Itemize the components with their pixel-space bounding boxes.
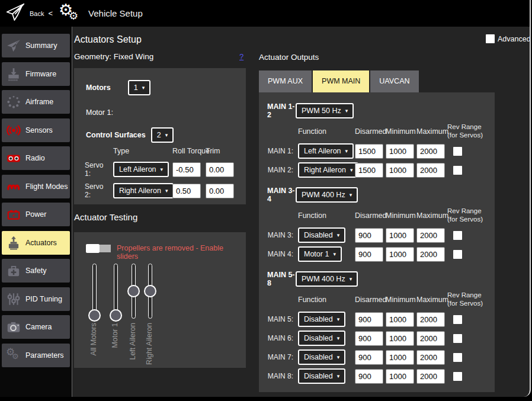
output-row-main-6: MAIN 6: Disabled ▾ bbox=[262, 331, 495, 346]
main-3-minimum-input[interactable] bbox=[386, 228, 414, 243]
main-5-rev-range-checkbox[interactable] bbox=[453, 315, 462, 324]
servo-row-label: Servo 2: bbox=[85, 182, 111, 199]
main-7-function-dropdown[interactable]: Disabled ▾ bbox=[298, 349, 345, 365]
main-8-rev-range-checkbox[interactable] bbox=[453, 372, 462, 381]
back-button[interactable]: Back bbox=[30, 10, 44, 17]
main-6-function-dropdown[interactable]: Disabled ▾ bbox=[298, 331, 345, 346]
main-4-disarmed-input[interactable] bbox=[355, 247, 383, 262]
main-8-function-dropdown[interactable]: Disabled ▾ bbox=[298, 368, 345, 384]
servo-2-roll-torque-input[interactable] bbox=[172, 184, 201, 198]
main-5-function-dropdown[interactable]: Disabled ▾ bbox=[298, 312, 345, 327]
motor-1-slider-handle[interactable] bbox=[110, 309, 122, 322]
output-row-main-7: MAIN 7: Disabled ▾ bbox=[262, 349, 495, 365]
right-aileron-slider-handle[interactable] bbox=[144, 285, 156, 297]
sidebar-item-firmware[interactable]: Firmware bbox=[2, 62, 70, 86]
sidebar-item-power[interactable]: Power bbox=[2, 203, 70, 226]
servo-1-type-dropdown[interactable]: Left Aileron ▾ bbox=[113, 162, 169, 177]
main-6-disarmed-input[interactable] bbox=[355, 331, 383, 346]
sidebar-item-summary[interactable]: Summary bbox=[2, 34, 70, 57]
main-3-function-dropdown[interactable]: Disabled ▾ bbox=[298, 227, 345, 243]
enable-sliders-toggle[interactable] bbox=[86, 244, 111, 253]
sidebar-item-airframe[interactable]: Airframe bbox=[2, 90, 70, 114]
servo-roll-torque-header: Roll Torque bbox=[172, 147, 203, 156]
sidebar-item-pid-tuning[interactable]: PID Tuning bbox=[2, 287, 70, 311]
main-7-minimum-input[interactable] bbox=[386, 350, 414, 365]
servo-type-header: Type bbox=[113, 147, 170, 156]
main-4-minimum-input[interactable] bbox=[386, 247, 414, 262]
slider-label: Left Aileron bbox=[129, 323, 137, 360]
chevron-down-icon: ▾ bbox=[333, 252, 336, 257]
sidebar-divider bbox=[72, 27, 72, 397]
main-3-disarmed-input[interactable] bbox=[355, 228, 383, 243]
actuator-testing-panel: Propellers are removed - Enable sliders … bbox=[74, 232, 246, 368]
servo-row-label: Servo 1: bbox=[85, 161, 111, 178]
sidebar-item-flight-modes[interactable]: Flight Modes bbox=[2, 175, 70, 198]
main-1-disarmed-input[interactable] bbox=[355, 144, 383, 159]
main-5-minimum-input[interactable] bbox=[386, 312, 414, 327]
chevron-down-icon: ▾ bbox=[165, 188, 168, 194]
servo-table: Type Roll Torque Trim Servo 1: Left Aile… bbox=[85, 147, 236, 199]
main-2-disarmed-input[interactable] bbox=[355, 163, 383, 178]
sidebar-item-safety[interactable]: Safety bbox=[2, 259, 70, 283]
output-row-main-3: MAIN 3: Disabled ▾ bbox=[262, 227, 495, 243]
main-4-function-dropdown[interactable]: Motor 1 ▾ bbox=[298, 246, 342, 262]
sidebar-item-radio[interactable]: Radio bbox=[2, 146, 70, 170]
servo-1-trim-input[interactable] bbox=[206, 162, 234, 177]
main-8-disarmed-input[interactable] bbox=[355, 369, 383, 384]
main-2-maximum-input[interactable] bbox=[416, 163, 445, 178]
main-1-maximum-input[interactable] bbox=[416, 144, 445, 159]
left-aileron-slider-handle[interactable] bbox=[127, 285, 140, 297]
main-2-function-dropdown[interactable]: Right Aileron ▾ bbox=[298, 162, 358, 178]
main-7-maximum-input[interactable] bbox=[416, 350, 445, 365]
main-2-minimum-input[interactable] bbox=[386, 163, 414, 178]
motors-count-dropdown[interactable]: 1 ▾ bbox=[128, 80, 150, 95]
main-5-maximum-input[interactable] bbox=[416, 312, 445, 327]
main-3-maximum-input[interactable] bbox=[416, 228, 445, 243]
main-1-2-rate-dropdown[interactable]: PWM 50 Hz ▾ bbox=[296, 103, 354, 118]
servo-2-type-dropdown[interactable]: Right Aileron ▾ bbox=[113, 183, 174, 198]
servo-2-trim-input[interactable] bbox=[206, 184, 234, 198]
main-7-rev-range-checkbox[interactable] bbox=[453, 353, 462, 362]
main-8-maximum-input[interactable] bbox=[416, 369, 445, 384]
geometry-help-link[interactable]: ? bbox=[239, 52, 243, 61]
output-tabs: PWM AUX PWM MAIN UAVCAN bbox=[259, 70, 419, 92]
control-surfaces-count-dropdown[interactable]: 2 ▾ bbox=[151, 127, 174, 143]
main-2-rev-range-checkbox[interactable] bbox=[453, 166, 462, 175]
tab-pwm-main[interactable]: PWM MAIN bbox=[313, 70, 369, 92]
main-6-rev-range-checkbox[interactable] bbox=[453, 334, 462, 343]
all-motors-slider-handle[interactable] bbox=[88, 309, 101, 322]
main-1-function-dropdown[interactable]: Left Aileron ▾ bbox=[298, 143, 354, 159]
battery-icon bbox=[2, 207, 25, 222]
airframe-dotted-circle-icon bbox=[2, 94, 25, 110]
sidebar-item-parameters[interactable]: ⚙⚙ Parameters bbox=[2, 344, 70, 367]
actuator-motor-icon bbox=[2, 235, 25, 251]
main-4-maximum-input[interactable] bbox=[416, 247, 445, 262]
main-1-rev-range-checkbox[interactable] bbox=[453, 147, 462, 156]
output-table-header: Function Disarmed Minimum Maximum Rev Ra… bbox=[262, 291, 495, 308]
control-surfaces-label: Control Surfaces bbox=[86, 131, 146, 139]
advanced-checkbox[interactable] bbox=[486, 34, 495, 43]
tab-uavcan[interactable]: UAVCAN bbox=[370, 70, 418, 92]
main-5-disarmed-input[interactable] bbox=[355, 312, 383, 327]
main-1-minimum-input[interactable] bbox=[386, 144, 414, 159]
main-5-8-rate-dropdown[interactable]: PWM 400 Hz ▾ bbox=[296, 271, 358, 287]
main-4-rev-range-checkbox[interactable] bbox=[453, 250, 462, 259]
main-8-minimum-input[interactable] bbox=[386, 369, 414, 384]
safety-case-icon bbox=[2, 263, 25, 278]
main-7-disarmed-input[interactable] bbox=[355, 350, 383, 365]
output-row-main-2: MAIN 2: Right Aileron ▾ bbox=[262, 162, 495, 178]
chevron-down-icon: ▾ bbox=[350, 193, 352, 198]
main-3-4-rate-dropdown[interactable]: PWM 400 Hz ▾ bbox=[296, 187, 358, 203]
servo-1-roll-torque-input[interactable] bbox=[172, 162, 201, 177]
sidebar-item-sensors[interactable]: Sensors bbox=[2, 118, 70, 142]
sidebar-item-camera[interactable]: Camera bbox=[2, 315, 70, 339]
main-6-maximum-input[interactable] bbox=[416, 331, 445, 346]
advanced-option: Advanced bbox=[486, 34, 531, 43]
app-logo-paper-plane-icon[interactable] bbox=[5, 2, 26, 25]
chevron-down-icon: ▾ bbox=[142, 85, 145, 91]
tab-pwm-aux[interactable]: PWM AUX bbox=[259, 70, 312, 92]
main-3-rev-range-checkbox[interactable] bbox=[453, 231, 462, 240]
main-6-minimum-input[interactable] bbox=[386, 331, 414, 346]
motor-1-heading: Motor 1: bbox=[86, 108, 113, 117]
sidebar-item-actuators[interactable]: Actuators bbox=[2, 231, 70, 255]
